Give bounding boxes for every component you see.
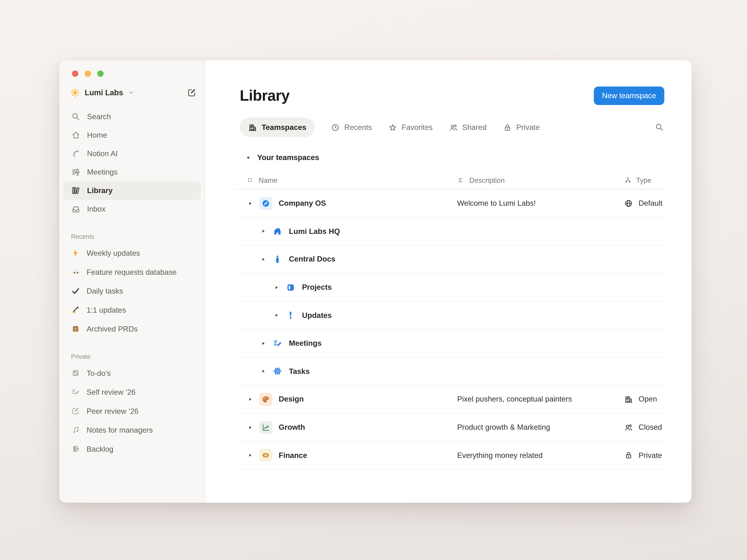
expand-triangle-icon[interactable] xyxy=(248,397,253,402)
type-label: Closed xyxy=(639,423,662,432)
sidebar-item-label: Home xyxy=(87,131,107,140)
table-row-projects[interactable]: Projects xyxy=(236,273,664,301)
traffic-light-zoom[interactable] xyxy=(97,71,104,77)
sidebar-item-feature-requests-database[interactable]: Feature requests database xyxy=(63,263,201,282)
sidebar-item-weekly-updates[interactable]: Weekly updates xyxy=(63,244,201,263)
sidebar-item-peer-review-26[interactable]: Peer review ‘26 xyxy=(63,402,201,421)
sidebar-section-private: PrivateTo-do’sSelf review ‘26Peer review… xyxy=(63,351,201,458)
writing-hand-icon xyxy=(71,305,80,315)
table-row-central-docs[interactable]: Central Docs xyxy=(236,246,664,273)
sidebar-sections: RecentsWeekly updatesFeature requests da… xyxy=(59,231,205,458)
notion-ai-icon xyxy=(71,149,81,158)
main-panel: Library New teamspace TeamspacesRecentsF… xyxy=(205,60,692,503)
chevron-down-icon xyxy=(128,89,134,96)
sidebar-item-meetings[interactable]: Meetings xyxy=(63,163,201,181)
tab-recents[interactable]: Recents xyxy=(331,123,372,132)
expand-triangle-icon[interactable] xyxy=(261,257,266,262)
table-row-tasks[interactable]: Tasks xyxy=(236,357,664,385)
people-icon xyxy=(448,123,458,132)
grid-icon xyxy=(247,176,254,184)
sidebar-item-label: Feature requests database xyxy=(86,268,177,276)
sidebar-item-label: Self review ‘26 xyxy=(86,388,136,397)
sidebar-item-backlog[interactable]: Backlog xyxy=(63,439,201,458)
zap-icon xyxy=(71,248,80,258)
sidebar-item-label: Meetings xyxy=(87,168,118,177)
cell-name: Growth xyxy=(236,421,457,434)
tab-private[interactable]: Private xyxy=(503,123,540,132)
package-icon xyxy=(71,324,80,334)
table-row-growth[interactable]: GrowthProduct growth & MarketingClosed xyxy=(236,414,664,442)
lock-icon xyxy=(503,123,512,132)
column-header-description[interactable]: Description xyxy=(457,176,624,184)
search-icon[interactable] xyxy=(654,123,664,132)
tab-label: Shared xyxy=(462,123,487,132)
traffic-light-minimize[interactable] xyxy=(85,71,91,77)
column-header-type[interactable]: Type xyxy=(624,176,665,184)
table-row-updates[interactable]: Updates xyxy=(236,301,664,329)
section-label: Recents xyxy=(63,231,201,242)
section-label: Your teamspaces xyxy=(257,153,319,162)
table-row-design[interactable]: DesignPixel pushers, conceptual painters… xyxy=(236,385,664,414)
compass-icon xyxy=(259,197,273,210)
expand-triangle-icon[interactable] xyxy=(248,425,253,430)
sidebar-item-library[interactable]: Library xyxy=(63,181,201,200)
todo-check-icon xyxy=(71,369,80,378)
globe-icon xyxy=(624,199,634,208)
table-row-finance[interactable]: FinanceEverything money relatedPrivate xyxy=(236,442,664,470)
cell-name: Lumi Labs HQ xyxy=(236,226,457,236)
sidebar-item-self-review-26[interactable]: Self review ‘26 xyxy=(63,383,201,402)
house-icon xyxy=(272,226,283,236)
tab-label: Private xyxy=(516,123,540,132)
cell-description: Welcome to Lumi Labs! xyxy=(457,199,624,208)
tab-shared[interactable]: Shared xyxy=(448,123,487,132)
table-row-meetings[interactable]: Meetings xyxy=(236,329,664,357)
sidebar-item-1-1-updates[interactable]: 1:1 updates xyxy=(63,300,201,319)
sidebar-item-search[interactable]: Search xyxy=(63,108,201,126)
sidebar-item-notion-ai[interactable]: Notion AI xyxy=(63,144,201,163)
square-pencil-icon xyxy=(71,406,80,416)
lines-icon xyxy=(457,176,465,184)
page-title: Library xyxy=(240,87,290,105)
expand-triangle-icon[interactable] xyxy=(261,341,266,346)
traffic-light-close[interactable] xyxy=(72,71,78,77)
teamspace-name: Meetings xyxy=(289,339,321,348)
table-row-company-os[interactable]: Company OSWelcome to Lumi Labs!Default xyxy=(236,190,664,218)
sidebar-item-label: To-do’s xyxy=(86,369,111,377)
column-label: Type xyxy=(636,176,651,184)
column-header-name[interactable]: Name xyxy=(236,176,457,184)
teamspace-name: Central Docs xyxy=(289,255,335,264)
compose-icon[interactable] xyxy=(187,87,197,98)
expand-triangle-icon[interactable] xyxy=(274,313,279,318)
expand-triangle-icon[interactable] xyxy=(261,229,266,234)
expand-triangle-icon[interactable] xyxy=(261,369,266,374)
type-icon xyxy=(624,176,632,184)
expand-triangle-icon[interactable] xyxy=(274,285,279,290)
section-toggle-your-teamspaces[interactable]: Your teamspaces xyxy=(240,153,665,162)
sidebar-item-daily-tasks[interactable]: Daily tasks xyxy=(63,282,201,301)
app-window: Lumi Labs SearchHomeNotion AIMeetingsLib… xyxy=(59,60,692,503)
sidebar-item-home[interactable]: Home xyxy=(63,126,201,144)
workspace-name: Lumi Labs xyxy=(85,88,123,97)
expand-triangle-icon[interactable] xyxy=(248,201,253,206)
tab-bar: TeamspacesRecentsFavoritesSharedPrivate xyxy=(240,118,665,137)
new-teamspace-button[interactable]: New teamspace xyxy=(594,86,664,105)
tab-favorites[interactable]: Favorites xyxy=(388,123,433,132)
sidebar-item-inbox[interactable]: Inbox xyxy=(63,200,201,218)
workspace-switcher[interactable]: Lumi Labs xyxy=(70,87,197,98)
column-label: Name xyxy=(259,176,278,184)
type-label: Default xyxy=(639,199,663,208)
table-row-lumi-labs-hq[interactable]: Lumi Labs HQ xyxy=(236,218,664,246)
people-icon xyxy=(624,423,634,432)
sidebar-item-to-do-s[interactable]: To-do’s xyxy=(63,364,201,383)
meet-pen-icon xyxy=(272,338,283,348)
sidebar-item-label: Peer review ‘26 xyxy=(86,407,138,415)
tab-teamspaces[interactable]: Teamspaces xyxy=(240,118,315,137)
expand-triangle-icon[interactable] xyxy=(248,453,253,458)
tab-label: Favorites xyxy=(402,123,433,132)
inbox-icon xyxy=(71,204,81,214)
sidebar-item-notes-for-managers[interactable]: Notes for managers xyxy=(63,421,201,439)
teamspace-name: Updates xyxy=(302,311,332,320)
teamspace-name: Tasks xyxy=(289,367,310,376)
banknote-icon xyxy=(259,449,273,462)
sidebar-item-archived-prds[interactable]: Archived PRDs xyxy=(63,319,201,339)
